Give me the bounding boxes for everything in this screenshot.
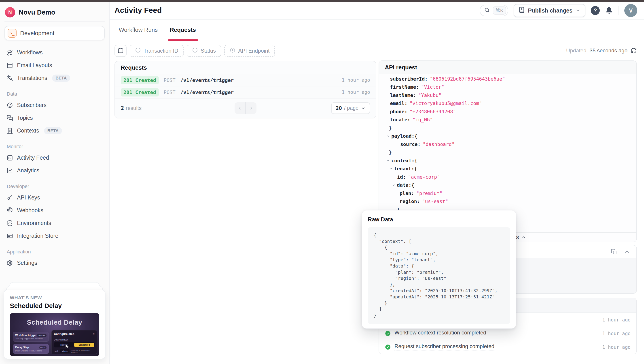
- filter-chip-api-endpoint[interactable]: API Endpoint: [224, 45, 275, 57]
- json-line: email:"victoryakubu5@gmail.com": [379, 99, 636, 108]
- filter-chip-label: Transaction ID: [144, 48, 178, 54]
- header-controls: ⌘K Publish changes ? V: [480, 4, 637, 17]
- status-badge: 201 Created: [121, 76, 159, 84]
- email-layouts-icon: [7, 62, 13, 69]
- refresh-icon[interactable]: [630, 48, 637, 54]
- timezone-note: Delivered in subscriber's timezone: [71, 349, 94, 353]
- api-request-title: API request: [379, 61, 636, 74]
- plus-circle-icon: [192, 47, 198, 54]
- help-button[interactable]: ?: [591, 6, 600, 15]
- json-key: subscriberId:: [390, 76, 428, 82]
- notifications-bell-icon[interactable]: [605, 7, 613, 15]
- api-keys-icon: [7, 195, 13, 201]
- mini-card-subtitle: Delay until the scheduled time: [15, 350, 46, 352]
- search-button[interactable]: ⌘K: [480, 5, 508, 16]
- raw-data-code-block: { "context": [ { "id": "acme-corp", "typ…: [368, 227, 510, 324]
- sidebar-item-contexts[interactable]: ContextsBETA: [4, 124, 106, 137]
- json-bracket: }: [389, 149, 392, 155]
- json-key: __source:: [394, 141, 420, 147]
- execution-event-label[interactable]: Workflow context resolution completed: [394, 329, 486, 337]
- workspace-switcher[interactable]: N Novu Demo: [5, 7, 104, 18]
- mini-panel-label: Delay window: [54, 338, 94, 341]
- novu-logo: N: [5, 7, 15, 18]
- sidebar-item-translations[interactable]: TranslationsBETA: [4, 72, 106, 84]
- publish-book-icon: [518, 7, 525, 14]
- search-shortcut: ⌘K: [492, 7, 506, 15]
- json-value: "6806192bd87f6954643be6ae": [430, 76, 505, 82]
- filter-chip-transaction-id[interactable]: Transaction ID: [130, 45, 184, 57]
- json-key: locale:: [390, 117, 410, 122]
- tab-workflow-runs[interactable]: Workflow Runs: [119, 27, 158, 33]
- mini-configure-step-panel: Configure step × Delay window Regular Sc…: [52, 330, 97, 354]
- whats-new-card[interactable]: WHAT'S NEW Scheduled Delay Scheduled Del…: [4, 290, 106, 359]
- user-avatar[interactable]: V: [624, 4, 637, 17]
- search-icon: [484, 7, 490, 14]
- raw-data-title: Raw Data: [368, 216, 510, 223]
- page-size-select[interactable]: 20 / page: [331, 102, 370, 114]
- publish-changes-button[interactable]: Publish changes: [514, 4, 586, 17]
- sidebar-item-label: Settings: [17, 260, 37, 266]
- results-number: 2: [121, 105, 124, 111]
- json-key: tenant:{: [394, 166, 417, 171]
- activity-feed-icon: [7, 155, 13, 161]
- execution-event-time: 1 hour ago: [602, 344, 630, 350]
- sidebar-item-integration-store[interactable]: Integration Store: [4, 230, 106, 242]
- copy-icon[interactable]: [611, 249, 617, 255]
- json-key: firstName:: [390, 84, 419, 90]
- sidebar-nav: WorkflowsEmail LayoutsTranslationsBETADa…: [4, 46, 106, 269]
- sidebar-item-workflows[interactable]: Workflows: [4, 46, 106, 59]
- toggle-scheduled: Scheduled: [74, 343, 94, 347]
- tree-collapse-icon[interactable]: [386, 159, 390, 162]
- raw-data-json: { "context": [ { "id": "acme-corp", "typ…: [374, 232, 504, 318]
- beta-badge: BETA: [44, 127, 62, 134]
- json-line: locale:"ig_NG": [379, 116, 636, 124]
- execution-event-label[interactable]: Request subscriber processing completed: [394, 343, 494, 351]
- sidebar-item-email-layouts[interactable]: Email Layouts: [4, 59, 106, 72]
- json-key: lastName:: [390, 92, 416, 98]
- chevron-down-icon: [361, 106, 366, 111]
- execution-event-time: 1 hour ago: [602, 317, 630, 323]
- until-label: Until:: [54, 350, 58, 352]
- sidebar-item-analytics[interactable]: Analytics: [4, 164, 106, 177]
- json-key: region:: [400, 199, 420, 204]
- sidebar-item-label: API Keys: [17, 194, 40, 201]
- workspace-name: Novu Demo: [19, 9, 55, 16]
- sidebar-item-topics[interactable]: Topics: [4, 111, 106, 124]
- sidebar-item-api-keys[interactable]: API Keys: [4, 191, 106, 204]
- tab-requests[interactable]: Requests: [170, 27, 196, 33]
- page-size-label: / page: [344, 105, 358, 111]
- request-method: POST: [164, 90, 176, 95]
- tree-collapse-icon[interactable]: [386, 134, 390, 138]
- environment-label: Development: [20, 30, 54, 37]
- environment-selector[interactable]: >_ Development: [4, 26, 105, 40]
- request-row[interactable]: 201 CreatedPOST/v1/events/trigger1 hour …: [115, 86, 376, 98]
- next-page-button[interactable]: [246, 102, 256, 114]
- json-line: firstName:"Victor": [379, 83, 636, 91]
- sidebar-item-environments[interactable]: Environments: [4, 217, 106, 230]
- json-value: "acme-corp": [408, 174, 440, 180]
- filter-chip-status[interactable]: Status: [187, 45, 221, 57]
- check-circle-icon: [385, 330, 391, 336]
- sidebar-item-subscribers[interactable]: Subscribers: [4, 99, 106, 111]
- sidebar-item-activity-feed[interactable]: Activity Feed: [4, 151, 106, 164]
- page-title: Activity Feed: [114, 6, 162, 15]
- sidebar-item-label: Subscribers: [17, 102, 46, 108]
- sidebar-item-label: Webhooks: [17, 207, 44, 214]
- sidebar-item-webhooks[interactable]: Webhooks: [4, 204, 106, 217]
- date-range-button[interactable]: [114, 45, 126, 57]
- prev-page-button[interactable]: [234, 102, 245, 114]
- sidebar-item-settings[interactable]: Settings: [4, 257, 106, 269]
- whats-new-title: Scheduled Delay: [10, 302, 99, 310]
- filter-row: Transaction ID Status API Endpoint: [114, 45, 275, 57]
- tree-collapse-icon[interactable]: [389, 167, 393, 170]
- collapse-section-control[interactable]: s: [516, 233, 526, 242]
- mini-card-title: Workflow trigger: [15, 334, 36, 337]
- mini-card-badge: DELAY: [39, 346, 46, 349]
- whats-new-image: Scheduled Delay Workflow trigger TRIGGER…: [10, 313, 99, 356]
- json-line: }: [379, 124, 636, 132]
- chevron-up-icon[interactable]: [624, 249, 630, 255]
- tabbar-border: [110, 41, 644, 41]
- request-row[interactable]: 201 CreatedPOST/v1/events/trigger1 hour …: [115, 74, 376, 86]
- tree-collapse-icon[interactable]: [392, 183, 396, 187]
- mini-card-badge: TRIGGER: [37, 334, 46, 337]
